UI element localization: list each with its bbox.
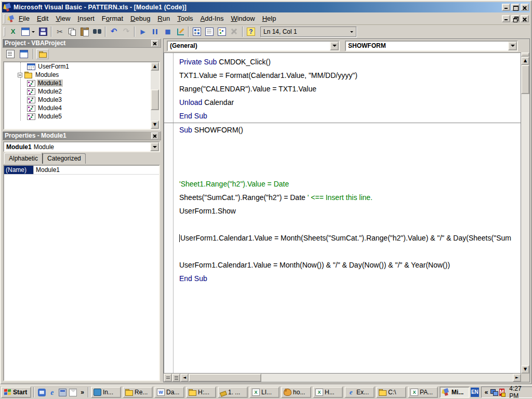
quick-launch-overflow-icon[interactable]: » bbox=[79, 389, 86, 396]
task-button-in[interactable]: In... bbox=[91, 387, 121, 398]
toggle-folders-button[interactable] bbox=[36, 49, 49, 59]
show-desktop-button[interactable] bbox=[57, 387, 68, 397]
scroll-left-icon[interactable]: ◄ bbox=[180, 374, 189, 382]
project-explorer-button[interactable] bbox=[191, 26, 203, 37]
task-button-h[interactable]: H... bbox=[313, 387, 343, 398]
task-button-ex[interactable]: Ex... bbox=[344, 387, 375, 398]
child-window-icon[interactable] bbox=[7, 15, 15, 22]
menu-item-edit[interactable]: Edit bbox=[33, 13, 52, 24]
menu-item-view[interactable]: View bbox=[52, 13, 74, 24]
task-button-pa[interactable]: PA... bbox=[408, 387, 438, 398]
close-button[interactable] bbox=[521, 4, 529, 11]
vb-app-icon[interactable] bbox=[3, 3, 11, 11]
maximize-button[interactable] bbox=[511, 4, 520, 11]
tab-categorized[interactable]: Categorized bbox=[43, 153, 86, 164]
combo-dropdown-icon[interactable] bbox=[508, 42, 517, 50]
object-browser-button[interactable] bbox=[216, 26, 228, 37]
scroll-thumb[interactable] bbox=[189, 374, 261, 382]
child-minimize-button[interactable] bbox=[502, 15, 510, 22]
object-dropdown[interactable]: (General) bbox=[167, 41, 340, 51]
outlook-express-button[interactable] bbox=[36, 387, 47, 397]
object-combo[interactable]: Module1 Module bbox=[3, 141, 160, 152]
combo-dropdown-icon[interactable] bbox=[330, 42, 339, 50]
view-object-button[interactable] bbox=[18, 49, 30, 59]
project-close-icon[interactable] bbox=[151, 40, 158, 47]
properties-panel-caption[interactable]: Properties - Module1 bbox=[2, 131, 161, 140]
menu-grip[interactable] bbox=[4, 14, 5, 23]
save-button[interactable] bbox=[37, 26, 49, 37]
break-button[interactable] bbox=[149, 26, 162, 37]
scroll-up-icon[interactable]: ▲ bbox=[151, 62, 159, 71]
property-value[interactable]: Module1 bbox=[34, 166, 159, 174]
scroll-right-icon[interactable]: ► bbox=[513, 374, 521, 382]
menu-item-run[interactable]: Run bbox=[154, 13, 174, 24]
child-restore-button[interactable] bbox=[511, 15, 520, 22]
language-indicator[interactable]: EN bbox=[471, 388, 479, 397]
tray-chevron-icon[interactable]: « bbox=[485, 389, 488, 396]
code-editor[interactable]: Private Sub CMDOK_Click()TXT1.Value = Fo… bbox=[164, 52, 521, 374]
cut-button[interactable] bbox=[54, 26, 66, 37]
child-close-button[interactable] bbox=[521, 15, 529, 22]
scroll-down-icon[interactable]: ▼ bbox=[521, 365, 529, 374]
task-button-mi[interactable]: Mi... bbox=[440, 387, 470, 398]
cursor-position-box[interactable]: Ln 14, Col 1 bbox=[260, 26, 356, 37]
code-horizontal-scrollbar[interactable]: ◄ ► bbox=[164, 374, 521, 382]
run-sub-button[interactable] bbox=[137, 26, 149, 37]
antivirus-icon[interactable] bbox=[499, 389, 505, 396]
design-mode-button[interactable] bbox=[174, 26, 187, 37]
property-row[interactable]: (Name)Module1 bbox=[4, 166, 159, 175]
menu-item-format[interactable]: Format bbox=[98, 13, 127, 24]
tab-alphabetic[interactable]: Alphabetic bbox=[4, 153, 43, 164]
scroll-thumb[interactable] bbox=[151, 89, 159, 110]
reset-button[interactable] bbox=[162, 26, 174, 37]
procedure-view-button[interactable] bbox=[164, 374, 172, 382]
tree-item-module2[interactable]: Module2 bbox=[4, 87, 151, 96]
task-button-da[interactable]: Da... bbox=[154, 387, 184, 398]
split-box[interactable] bbox=[521, 52, 529, 57]
task-button-1[interactable]: 1. ... bbox=[218, 387, 248, 398]
tree-item-modules[interactable]: Modules bbox=[4, 71, 151, 79]
full-module-view-button[interactable] bbox=[172, 374, 180, 382]
expander-minus-icon[interactable] bbox=[18, 73, 22, 77]
tree-item-module4[interactable]: Module4 bbox=[4, 104, 151, 112]
tree-item-module3[interactable]: Module3 bbox=[4, 96, 151, 104]
view-code-button[interactable] bbox=[4, 49, 17, 59]
procedure-dropdown[interactable]: SHOWFORM bbox=[345, 41, 518, 51]
menu-item-insert[interactable]: Insert bbox=[74, 13, 98, 24]
task-button-re[interactable]: Re... bbox=[123, 387, 153, 398]
help-button[interactable] bbox=[245, 26, 257, 37]
paste-button[interactable] bbox=[78, 26, 91, 37]
menu-item-tools[interactable]: Tools bbox=[174, 13, 196, 24]
start-button[interactable]: Start bbox=[1, 387, 31, 398]
copy-button[interactable] bbox=[66, 26, 78, 37]
menu-item-debug[interactable]: Debug bbox=[127, 13, 154, 24]
menu-item-addins[interactable]: Add-Ins bbox=[197, 13, 228, 24]
task-button-c[interactable]: C:\ bbox=[376, 387, 406, 398]
scroll-up-icon[interactable]: ▲ bbox=[521, 57, 529, 65]
scroll-thumb[interactable] bbox=[521, 65, 529, 94]
toolbox-button[interactable] bbox=[228, 26, 241, 37]
project-panel-caption[interactable]: Project - VBAProject bbox=[2, 38, 161, 48]
properties-close-icon[interactable] bbox=[151, 132, 158, 139]
redo-button[interactable] bbox=[120, 26, 132, 37]
menu-item-window[interactable]: Window bbox=[227, 13, 258, 24]
menu-item-file[interactable]: File bbox=[15, 13, 33, 24]
tree-item-userform1[interactable]: UserForm1 bbox=[4, 62, 151, 71]
menu-item-help[interactable]: Help bbox=[259, 13, 280, 24]
toolbar-grip[interactable] bbox=[4, 27, 5, 36]
find-button[interactable] bbox=[91, 26, 103, 37]
insert-userform-button[interactable] bbox=[19, 26, 37, 37]
network-icon[interactable] bbox=[490, 389, 496, 396]
minimize-button[interactable] bbox=[502, 4, 510, 11]
combo-dropdown-icon[interactable] bbox=[150, 142, 159, 151]
properties-window-button[interactable] bbox=[203, 26, 216, 37]
view-microsoft-excel-button[interactable] bbox=[7, 26, 19, 37]
undo-button[interactable] bbox=[108, 26, 120, 37]
tree-item-module1[interactable]: Module1 bbox=[4, 79, 151, 87]
project-tree-scrollbar[interactable]: ▲ ▼ bbox=[151, 62, 159, 129]
scroll-down-icon[interactable]: ▼ bbox=[151, 121, 159, 129]
task-button-h[interactable]: H:... bbox=[186, 387, 216, 398]
clock[interactable]: 4:27 PM bbox=[507, 385, 529, 399]
task-button-ho[interactable]: ho... bbox=[281, 387, 311, 398]
tree-item-module5[interactable]: Module5 bbox=[4, 112, 151, 121]
